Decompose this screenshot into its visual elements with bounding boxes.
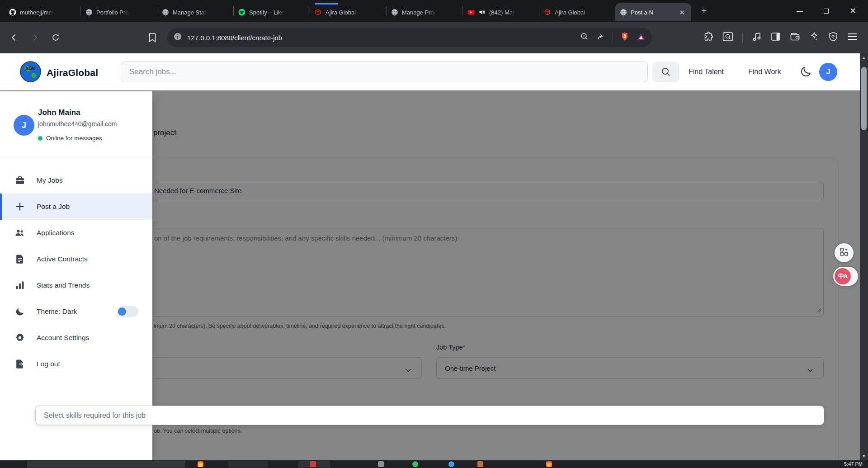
nav-find-talent[interactable]: Find Talent (689, 53, 724, 90)
menu-label: Stats and Trends (37, 281, 90, 289)
taskbar-app-icon-blue[interactable] (448, 461, 454, 467)
address-bar-actions (580, 32, 646, 43)
sidebar-panel-icon[interactable] (771, 32, 781, 43)
tab-github[interactable]: mutheejj/met (5, 3, 80, 21)
apps-grid-sparkle-icon (839, 247, 849, 259)
tab-label: Manage Stati (173, 9, 208, 16)
leo-ai-sparkle-icon[interactable] (809, 32, 819, 43)
globe-icon (162, 9, 169, 16)
taskbar-firefox-icon[interactable] (198, 461, 203, 467)
globe-icon (620, 9, 627, 16)
job-search-button[interactable] (652, 61, 679, 82)
menu-label: My Jobs (37, 176, 63, 184)
divider (742, 33, 743, 43)
window-minimize-icon[interactable]: — (797, 7, 803, 14)
tab-ajira-global-2[interactable]: Ajira Global - (539, 3, 615, 21)
skills-placeholder: Select skills required for this job (44, 411, 146, 420)
window-maximize-icon[interactable] (824, 9, 829, 14)
scrollbar-thumb[interactable] (861, 67, 867, 130)
online-dot-icon (38, 136, 42, 141)
brand[interactable]: AGlo AjiraGlobal (20, 61, 98, 84)
divider (0, 156, 152, 156)
tab-loading-indicator (315, 3, 338, 5)
tab-label: Portfolio Proj (96, 9, 130, 16)
extension-fab[interactable] (835, 243, 854, 262)
scroll-down-icon[interactable]: ▼ (860, 454, 868, 459)
laravel-icon (315, 9, 322, 16)
menu-item-active-contracts[interactable]: Active Contracts (0, 246, 152, 272)
user-name: John Maina (38, 108, 80, 117)
url-text[interactable]: 127.0.0.1:8080/client/create-job (187, 34, 580, 42)
theme-moon-icon[interactable] (799, 65, 812, 80)
zoom-out-icon[interactable] (580, 32, 589, 43)
vpn-shield-icon[interactable] (828, 32, 838, 43)
tab-post-a-new-job[interactable]: Post a N ✕ (615, 3, 691, 21)
search-page-icon[interactable] (722, 32, 733, 43)
taskbar: 5:47 PM (0, 460, 868, 468)
tab-youtube[interactable]: (842) Maj (463, 3, 539, 21)
taskbar-app-icon-green[interactable] (412, 461, 418, 467)
menu-item-my-jobs[interactable]: My Jobs (0, 167, 152, 194)
site-info-icon[interactable] (174, 33, 182, 43)
user-email: johnmuthee440@gmail.com (38, 120, 117, 128)
globe-icon (391, 9, 398, 16)
menu-item-stats-and-trends[interactable]: Stats and Trends (0, 272, 152, 298)
menu-item-theme-dark[interactable]: Theme: Dark (0, 298, 152, 325)
menu-label: Account Settings (37, 334, 89, 342)
new-tab-button[interactable]: + (701, 5, 707, 16)
tab-label: Ajira Global - (326, 9, 359, 16)
youtube-icon (467, 9, 475, 16)
bookmark-icon[interactable] (145, 30, 160, 45)
window-close-icon[interactable]: ✕ (849, 6, 856, 16)
share-icon[interactable] (596, 32, 605, 43)
playlist-music-icon[interactable] (752, 32, 762, 43)
taskbar-app-icon-red[interactable] (310, 461, 316, 467)
tab-spotify[interactable]: Spotify – Like (234, 3, 310, 21)
taskbar-window-button[interactable] (27, 461, 185, 468)
address-bar[interactable]: 127.0.0.1:8080/client/create-job (167, 28, 652, 47)
taskbar-window-button[interactable] (228, 461, 268, 468)
nav-find-work[interactable]: Find Work (748, 53, 781, 90)
bar-chart-icon (15, 280, 25, 290)
back-icon[interactable] (6, 30, 22, 45)
menu-item-account-settings[interactable]: Account Settings (0, 325, 152, 351)
page-content: project Needed for E-commerce Site on of… (0, 90, 860, 460)
brave-shields-icon[interactable] (620, 32, 629, 43)
scroll-up-icon[interactable]: ▲ (860, 55, 868, 60)
translate-fab[interactable]: 中A (833, 267, 858, 286)
user-avatar[interactable]: J (819, 63, 837, 81)
page-scrollbar[interactable]: ▲ ▼ (860, 53, 868, 460)
tab-manage-proj[interactable]: Manage Proj (387, 3, 462, 21)
tab-label: (842) Maj (489, 9, 514, 16)
user-status-label: Online for messages (46, 135, 102, 142)
menu-item-applications[interactable]: Applications (0, 220, 152, 246)
wallet-icon[interactable] (790, 32, 800, 43)
theme-toggle[interactable] (117, 306, 138, 317)
tab-ajira-global-1[interactable]: Ajira Global - (310, 3, 386, 21)
tab-label: Post a N (631, 9, 653, 16)
brave-rewards-bat-icon[interactable] (637, 33, 646, 43)
job-search-input[interactable]: Search jobs... (121, 61, 648, 82)
menu-item-post-a-job[interactable]: Post a Job (0, 194, 152, 220)
document-icon (15, 254, 25, 264)
screen: mutheejj/met Portfolio Proj Manage Stati… (0, 0, 868, 468)
forward-icon[interactable] (27, 30, 42, 45)
brand-name[interactable]: AjiraGlobal (47, 67, 98, 78)
theme-toggle-knob (118, 307, 126, 316)
tab-label: mutheejj/met (20, 9, 53, 16)
taskbar-app-icon-orange[interactable] (477, 461, 483, 467)
taskbar-app-icon-flame[interactable] (546, 461, 552, 467)
reload-icon[interactable] (48, 30, 63, 45)
tab-audio-icon[interactable] (478, 9, 486, 16)
menu-item-log-out[interactable]: Log out (0, 351, 152, 377)
spotify-icon (238, 9, 245, 16)
skills-select-input[interactable]: Select skills required for this job (35, 406, 824, 425)
menu-hamburger-icon[interactable] (847, 32, 858, 43)
menu-label: Post a Job (37, 203, 70, 211)
tab-manage-stati[interactable]: Manage Stati (157, 3, 233, 21)
tab-label: Manage Proj (402, 9, 435, 16)
taskbar-app-icon-gray[interactable] (378, 461, 384, 467)
extensions-puzzle-icon[interactable] (703, 32, 713, 43)
tab-close-icon[interactable]: ✕ (677, 8, 687, 17)
tab-portfolio[interactable]: Portfolio Proj (81, 3, 157, 21)
